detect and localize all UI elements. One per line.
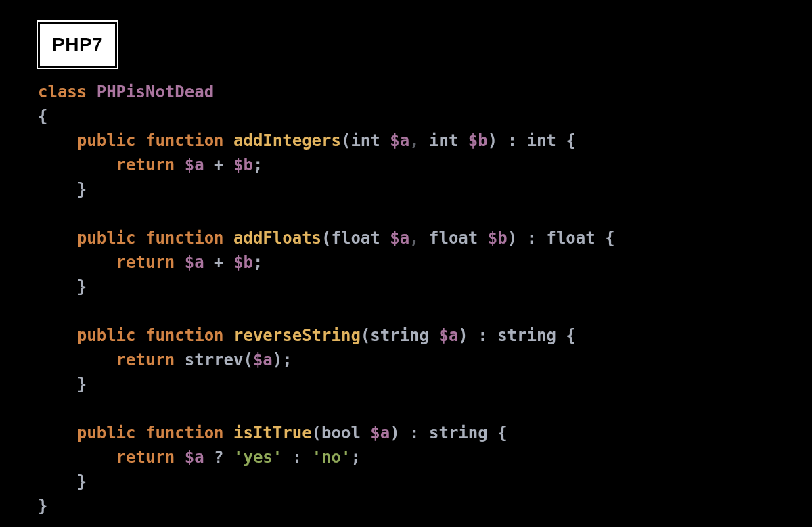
op-qmark: ?: [214, 448, 223, 467]
keyword-function: function: [145, 131, 224, 150]
expr-var: $a: [185, 156, 204, 175]
expr-var: $a: [185, 448, 204, 467]
return-type: float: [546, 229, 595, 248]
paren-close: ): [488, 131, 497, 150]
param-type: int: [351, 131, 380, 150]
paren-close: ): [458, 326, 468, 345]
keyword-function: function: [145, 423, 224, 442]
expr-var: $a: [253, 350, 273, 369]
string-literal: 'no': [312, 448, 351, 467]
keyword-return: return: [116, 448, 175, 467]
return-type: string: [497, 326, 556, 345]
paren-open: (: [243, 350, 252, 369]
expr-var: $a: [185, 253, 204, 272]
class-name: PHPisNotDead: [97, 83, 214, 101]
param-var: $a: [370, 423, 390, 442]
colon: :: [478, 326, 487, 345]
code-block: class PHPisNotDead { public function add…: [38, 80, 615, 518]
paren-close: ): [508, 229, 517, 248]
comma: ,: [409, 229, 419, 248]
brace-close: }: [77, 472, 87, 491]
brace-open: {: [605, 229, 614, 248]
param-type: float: [332, 229, 380, 248]
keyword-function: function: [145, 326, 224, 345]
semicolon: ;: [351, 448, 360, 467]
method-name-addIntegers: addIntegers: [233, 131, 341, 150]
paren-open: (: [361, 326, 370, 345]
brace-open: {: [566, 326, 575, 345]
brace-close: }: [77, 375, 87, 394]
called-fn: strrev: [185, 350, 244, 369]
colon: :: [508, 131, 517, 150]
method-name-reverseString: reverseString: [233, 326, 361, 345]
param-var: $a: [390, 131, 409, 150]
keyword-public: public: [77, 423, 136, 442]
keyword-public: public: [77, 326, 136, 345]
keyword-class: class: [38, 83, 87, 101]
semicolon: ;: [253, 156, 263, 175]
brace-close: }: [77, 180, 87, 199]
param-type: string: [370, 326, 429, 345]
return-type: string: [429, 423, 488, 442]
paren-close: ): [273, 350, 282, 369]
keyword-function: function: [145, 229, 224, 248]
comma: ,: [409, 131, 419, 150]
paren-open: (: [312, 423, 321, 442]
brace-open: {: [497, 423, 507, 442]
param-var: $a: [390, 229, 409, 248]
param-var: $b: [468, 131, 488, 150]
param-type: float: [429, 229, 478, 248]
expr-var: $b: [233, 156, 253, 175]
keyword-return: return: [116, 350, 175, 369]
brace-open: {: [38, 107, 47, 126]
paren-open: (: [321, 229, 331, 248]
colon: :: [527, 229, 537, 248]
param-type: bool: [321, 423, 361, 442]
op-colon: :: [292, 448, 302, 467]
string-literal: 'yes': [233, 448, 282, 467]
expr-var: $b: [233, 253, 253, 272]
keyword-public: public: [77, 131, 136, 150]
php7-badge: PHP7: [38, 22, 117, 68]
brace-close: }: [77, 277, 87, 296]
paren-open: (: [341, 131, 351, 150]
op-plus: +: [214, 253, 223, 272]
keyword-return: return: [116, 253, 175, 272]
paren-close: ): [390, 423, 399, 442]
semicolon: ;: [282, 350, 292, 369]
keyword-return: return: [116, 156, 175, 175]
brace-close: }: [38, 497, 47, 515]
return-type: int: [527, 131, 556, 150]
badge-text: PHP7: [52, 34, 103, 55]
param-var: $b: [488, 229, 508, 248]
op-plus: +: [214, 156, 223, 175]
brace-open: {: [566, 131, 575, 150]
semicolon: ;: [253, 253, 263, 272]
colon: :: [409, 423, 419, 442]
method-name-isItTrue: isItTrue: [233, 423, 312, 442]
param-type: int: [429, 131, 458, 150]
method-name-addFloats: addFloats: [233, 229, 321, 248]
keyword-public: public: [77, 229, 136, 248]
param-var: $a: [438, 326, 458, 345]
